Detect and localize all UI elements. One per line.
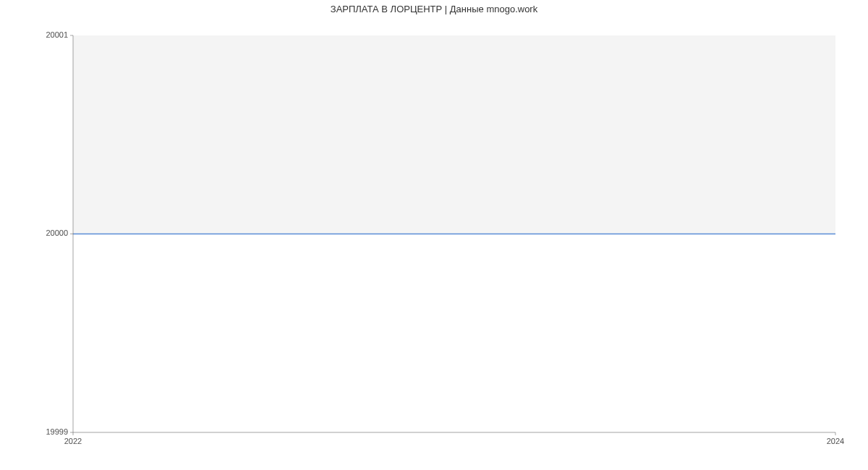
- fill-area: [73, 35, 835, 234]
- svg-text:2024: 2024: [827, 437, 844, 445]
- svg-text:2022: 2022: [64, 437, 82, 445]
- chart-svg: 19999200002000120222024: [0, 0, 868, 470]
- svg-text:20001: 20001: [46, 30, 68, 39]
- svg-text:20000: 20000: [46, 228, 68, 237]
- svg-text:19999: 19999: [46, 427, 68, 436]
